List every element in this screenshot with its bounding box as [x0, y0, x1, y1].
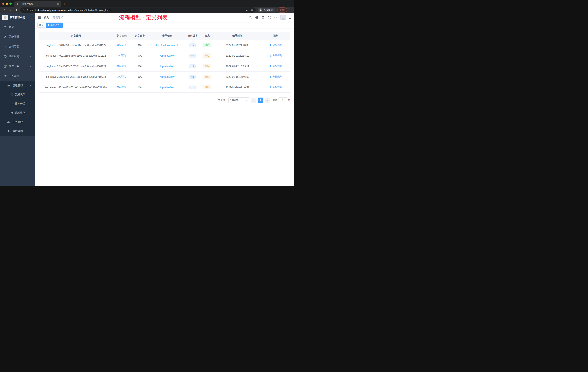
col-header-category: 定义分类: [130, 32, 150, 40]
question-icon[interactable]: ?: [262, 16, 264, 19]
tab-search-chevron-icon[interactable]: [289, 2, 292, 4]
page-size-select[interactable]: 10条/页: [228, 97, 249, 103]
window-minimize-button[interactable]: [6, 2, 8, 5]
tag-label: 首页: [39, 24, 43, 27]
assign-rule-button[interactable]: 分配规则: [269, 54, 282, 57]
goto-page-input[interactable]: [279, 97, 287, 103]
sidebar-item-home[interactable]: 首页: [0, 22, 35, 32]
github-icon[interactable]: [255, 16, 258, 19]
sidebar-item-process-form[interactable]: 流程表单: [0, 90, 35, 99]
definition-id: oa_leave:2:3c1f0ef1-76b1-11ec-9c66-a2380…: [39, 72, 114, 82]
browser-menu-button[interactable]: [289, 8, 292, 12]
browser-toolbar: 不安全 dashboard.yudao.iocoder.cn/bpm/manag…: [0, 7, 294, 13]
col-header-form: 表单信息: [150, 32, 185, 40]
page-number-button[interactable]: 1: [258, 98, 263, 103]
window-controls: [0, 0, 14, 7]
form-link[interactable]: /bpm/oa/flow: [160, 75, 174, 78]
sidebar-item-system[interactable]: 系统管理: [0, 32, 35, 42]
reload-button[interactable]: [13, 8, 18, 12]
sidebar-item-leave-query[interactable]: 请假查询: [0, 127, 35, 136]
avatar[interactable]: [280, 15, 286, 20]
definition-name-link[interactable]: OA 请假: [117, 86, 126, 89]
sidebar-item-label: 请假查询: [12, 129, 23, 133]
svg-text:¥: ¥: [4, 45, 6, 48]
update-button[interactable]: 更新: [277, 8, 287, 12]
sidebar-item-user-group[interactable]: 用户分组: [0, 99, 35, 108]
next-page-button[interactable]: ›: [265, 98, 270, 103]
window-zoom-button[interactable]: [10, 2, 12, 5]
tag-close-button[interactable]: ×: [60, 24, 61, 26]
form-link[interactable]: /bpm/oa/flow: [160, 54, 174, 57]
definition-name-link[interactable]: OA 请假: [117, 44, 126, 46]
definition-name-link[interactable]: OA 请假: [117, 75, 126, 78]
chevron-down-icon: [30, 65, 32, 67]
table-row: oa_leave:3:1fad3d93-7b75-11ec-a3c8-acde4…: [39, 61, 290, 72]
definition-category: OA: [130, 50, 150, 61]
version-badge: v5: [189, 43, 196, 47]
sidebar-item-devtools[interactable]: 研发工具: [0, 61, 35, 71]
definition-name-link[interactable]: OA 请假: [117, 54, 126, 57]
back-button[interactable]: [2, 8, 7, 12]
prev-page-button[interactable]: ‹: [251, 98, 256, 103]
browser-tab-strip: 芋道管理系统 × +: [0, 0, 294, 7]
form-link[interactable]: /bpm/oa/flow: [160, 65, 174, 68]
definition-id: oa_leave:5:004b710b-7b8a-11ec-8ef0-acde4…: [39, 40, 114, 50]
seedling-favicon-icon: [16, 3, 19, 5]
security-warning-icon[interactable]: [22, 9, 25, 11]
send-icon: [10, 111, 13, 114]
address-bar[interactable]: 不安全 dashboard.yudao.iocoder.cn/bpm/manag…: [20, 8, 256, 12]
col-header-version: 流程版本: [185, 32, 200, 40]
assign-rule-button[interactable]: 分配规则: [269, 43, 282, 47]
deploy-time: 2022-01-22 20:34:10: [214, 50, 261, 61]
font-size-icon[interactable]: TT: [274, 16, 277, 19]
sidebar-item-label: 研发工具: [9, 65, 19, 68]
tab-title: 芋道管理系统: [20, 2, 55, 6]
incognito-label: 无痕模式: [263, 8, 273, 12]
form-link[interactable]: /bpm/oa/flow: [160, 86, 174, 89]
assign-rule-button[interactable]: 分配规则: [269, 75, 282, 78]
person-icon: [269, 55, 272, 57]
sidebar-item-payment[interactable]: ¥ 支付管理: [0, 42, 35, 52]
sidebar-item-workflow[interactable]: 工作流程: [0, 71, 35, 81]
logo-avatar: [2, 15, 8, 20]
browser-tab[interactable]: 芋道管理系统 ×: [14, 1, 61, 7]
tags-view: 首页 流程定义 ×: [35, 22, 294, 28]
form-link[interactable]: /bpm/oa/leave/create: [156, 44, 179, 47]
search-icon[interactable]: [249, 16, 252, 19]
assign-rule-button[interactable]: 分配规则: [269, 86, 282, 89]
key-icon[interactable]: [246, 9, 249, 11]
version-badge: v1: [189, 86, 196, 89]
svg-text:T: T: [274, 16, 275, 19]
avatar-caret-icon[interactable]: [289, 18, 291, 19]
star-icon[interactable]: [251, 9, 253, 11]
fullscreen-icon[interactable]: [268, 16, 271, 19]
tab-close-button[interactable]: ×: [57, 2, 59, 5]
col-header-actions: 操作: [261, 32, 290, 40]
forward-button[interactable]: [8, 8, 12, 12]
status-badge: 挂起: [203, 54, 211, 58]
sidebar-item-label: 工作流程: [9, 75, 19, 78]
col-header-deploy-time: 部署时间: [214, 32, 261, 40]
tag-home[interactable]: 首页: [37, 22, 45, 28]
version-badge: v3: [189, 65, 196, 68]
new-tab-button[interactable]: +: [61, 1, 67, 7]
svg-text:?: ?: [262, 17, 263, 18]
definition-name-link[interactable]: OA 请假: [117, 65, 126, 67]
hamburger-icon[interactable]: [35, 16, 44, 19]
main: 首页 / 流程定义 流程模型 - 定义列表 ?: [35, 13, 294, 186]
dashboard-icon: [4, 25, 7, 29]
monitor-icon: [4, 55, 7, 58]
window-close-button[interactable]: [2, 2, 4, 5]
list-icon: [7, 84, 10, 87]
assign-rule-button[interactable]: 分配规则: [269, 65, 282, 68]
person-icon: [7, 130, 10, 132]
deploy-time: 2022-01-16 01:40:51: [214, 82, 261, 93]
sidebar-item-task-mgmt[interactable]: 任务管理: [0, 117, 35, 127]
sidebar-item-label: 支付管理: [9, 45, 19, 48]
tag-process-definition[interactable]: 流程定义 ×: [46, 22, 63, 28]
definition-category: OA: [130, 72, 150, 82]
breadcrumb-home[interactable]: 首页: [44, 16, 49, 19]
sidebar-item-process-mgmt[interactable]: 流程管理: [0, 81, 35, 90]
sidebar-item-process-model[interactable]: 流程模型: [0, 108, 35, 117]
sidebar-item-infrastructure[interactable]: 基础设施: [0, 52, 35, 61]
